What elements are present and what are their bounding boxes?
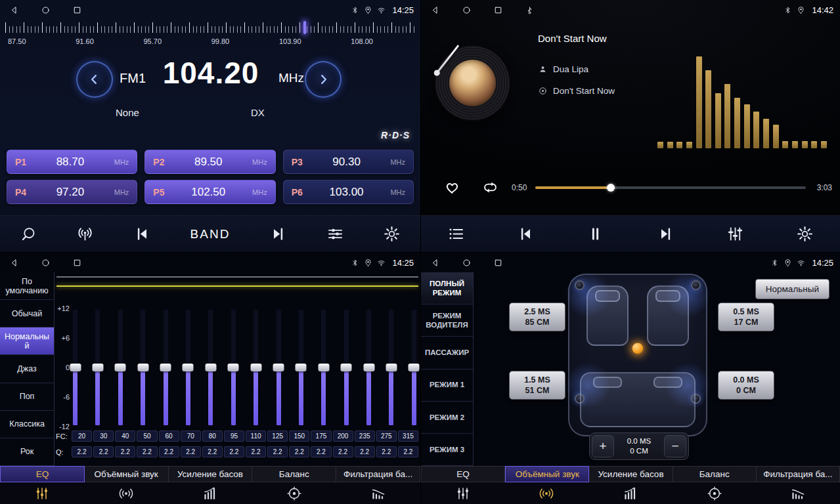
previous-track-button[interactable] — [517, 225, 535, 243]
filter-tab-icon[interactable] — [756, 482, 840, 504]
eq-tab-icon[interactable] — [421, 482, 505, 504]
eq-slider-handle[interactable] — [409, 364, 420, 371]
recents-button[interactable] — [72, 258, 82, 268]
eq-band-slider-125hz[interactable] — [276, 309, 282, 426]
eq-band-slider-70hz[interactable] — [185, 309, 191, 426]
eq-slider-handle[interactable] — [273, 364, 284, 371]
frequency-scale[interactable]: 87.5091.6095.7099.80103.90108.00 — [5, 21, 415, 52]
soundfield-preset-button[interactable]: Нормальный — [755, 279, 829, 299]
preset-P1-button[interactable]: P188.70MHz — [7, 150, 137, 174]
eq-slider-handle[interactable] — [318, 364, 329, 371]
surround-tab-icon[interactable] — [84, 482, 168, 504]
soundfield-mode-4[interactable]: РЕЖИМ 2 — [421, 402, 473, 434]
preset-P5-button[interactable]: P5102.50MHz — [144, 180, 275, 204]
tab-bass[interactable]: Усиление басов — [589, 466, 673, 482]
eq-preset-item-2[interactable]: Нормальный — [0, 327, 54, 355]
tab-balance[interactable]: Баланс — [673, 466, 757, 482]
back-button[interactable] — [9, 5, 19, 15]
eq-slider-handle[interactable] — [386, 364, 397, 371]
eq-preset-item-4[interactable]: Поп — [0, 383, 54, 411]
eq-preset-item-0[interactable]: По умолчанию — [0, 272, 54, 300]
tab-filter[interactable]: Фильтрация ба... — [757, 466, 840, 482]
audio-settings-button[interactable] — [326, 225, 344, 243]
back-button[interactable] — [430, 258, 440, 268]
eq-slider-handle[interactable] — [363, 364, 374, 371]
eq-band-slider-150hz[interactable] — [298, 309, 304, 426]
eq-slider-handle[interactable] — [183, 364, 194, 371]
soundfield-mode-5[interactable]: РЕЖИМ 3 — [421, 434, 473, 466]
eq-slider-handle[interactable] — [341, 364, 352, 371]
filter-tab-icon[interactable] — [336, 482, 420, 504]
home-button[interactable] — [41, 258, 51, 268]
favorite-button[interactable] — [443, 178, 461, 196]
preset-P3-button[interactable]: P390.30MHz — [283, 150, 414, 174]
repeat-button[interactable] — [481, 178, 499, 196]
back-button[interactable] — [9, 258, 19, 268]
seek-bar-knob[interactable] — [607, 184, 615, 192]
recents-button[interactable] — [493, 5, 503, 15]
tune-down-button[interactable] — [76, 61, 113, 98]
eq-band-slider-40hz[interactable] — [118, 309, 123, 426]
eq-slider-handle[interactable] — [296, 364, 307, 371]
eq-tab-icon[interactable] — [0, 482, 84, 504]
front-right-delay-button[interactable]: 0.5 MS17 CM — [718, 303, 774, 331]
eq-band-slider-200hz[interactable] — [343, 309, 349, 426]
eq-preset-item-3[interactable]: Джаз — [0, 355, 54, 383]
eq-preset-item-5[interactable]: Классика — [0, 411, 54, 438]
tab-surround[interactable]: Объёмный звук — [85, 466, 169, 482]
bass-tab-icon[interactable] — [588, 482, 673, 504]
eq-slider-handle[interactable] — [92, 364, 103, 371]
eq-band-slider-60hz[interactable] — [163, 309, 169, 426]
eq-slider-handle[interactable] — [205, 364, 216, 371]
eq-band-slider-20hz[interactable] — [72, 309, 78, 426]
eq-slider-handle[interactable] — [250, 364, 261, 371]
home-button[interactable] — [41, 5, 51, 15]
rear-right-delay-button[interactable]: 0.0 MS0 CM — [718, 371, 774, 400]
band-button[interactable]: BAND — [190, 227, 231, 242]
soundfield-mode-2[interactable]: ПАССАЖИР — [421, 337, 473, 369]
eq-band-slider-80hz[interactable] — [208, 309, 213, 426]
eq-band-slider-110hz[interactable] — [253, 309, 259, 426]
rear-left-delay-button[interactable]: 1.5 MS51 CM — [509, 371, 565, 400]
eq-band-slider-50hz[interactable] — [140, 309, 146, 426]
balance-tab-icon[interactable] — [673, 482, 757, 504]
eq-band-slider-30hz[interactable] — [95, 309, 100, 426]
settings-button[interactable] — [796, 225, 814, 243]
playlist-button[interactable] — [447, 225, 465, 243]
tab-balance[interactable]: Баланс — [252, 466, 336, 482]
tab-surround[interactable]: Объёмный звук — [505, 466, 589, 482]
recents-button[interactable] — [493, 258, 503, 268]
eq-band-slider-315hz[interactable] — [411, 309, 417, 426]
eq-preset-item-1[interactable]: Обычай — [0, 300, 54, 327]
soundfield-mode-0[interactable]: ПОЛНЫЙ РЕЖИМ — [421, 272, 473, 304]
surround-tab-icon[interactable] — [505, 482, 589, 504]
eq-preset-item-6[interactable]: Рок — [0, 438, 54, 466]
seek-bar[interactable] — [535, 186, 806, 189]
eq-slider-handle[interactable] — [115, 364, 126, 371]
eq-band-slider-95hz[interactable] — [231, 309, 236, 426]
home-button[interactable] — [462, 5, 472, 15]
seek-stations-button[interactable] — [76, 225, 94, 243]
front-left-delay-button[interactable]: 2.5 MS85 CM — [509, 303, 565, 331]
settings-button[interactable] — [383, 225, 401, 243]
preset-P6-button[interactable]: P6103.00MHz — [283, 180, 414, 204]
tab-bass[interactable]: Усиление басов — [169, 466, 253, 482]
tab-eq[interactable]: EQ — [0, 466, 85, 482]
equalizer-button[interactable] — [726, 225, 744, 243]
tab-eq[interactable]: EQ — [421, 466, 505, 482]
delay-decrease-button[interactable]: − — [664, 435, 686, 457]
next-station-button[interactable] — [269, 225, 287, 243]
balance-tab-icon[interactable] — [252, 482, 336, 504]
eq-band-slider-235hz[interactable] — [366, 309, 372, 426]
home-button[interactable] — [462, 258, 472, 268]
tune-up-button[interactable] — [305, 61, 342, 98]
next-track-button[interactable] — [657, 225, 674, 243]
eq-slider-handle[interactable] — [160, 364, 171, 371]
delay-increase-button[interactable]: + — [592, 435, 614, 457]
eq-band-slider-275hz[interactable] — [388, 309, 394, 426]
eq-slider-handle[interactable] — [228, 364, 239, 371]
back-button[interactable] — [430, 5, 440, 15]
soundfield-mode-3[interactable]: РЕЖИМ 1 — [421, 369, 473, 402]
listening-position-marker[interactable] — [632, 343, 644, 354]
eq-band-slider-175hz[interactable] — [321, 309, 326, 426]
